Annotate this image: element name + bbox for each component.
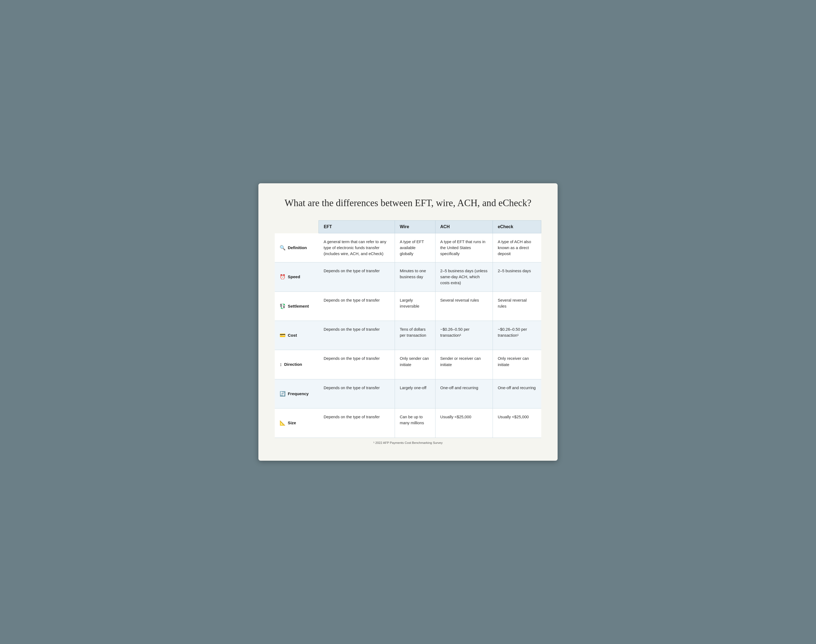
row-label-cell-definition: 🔍Definition	[275, 233, 319, 262]
size-icon: 📐	[280, 419, 285, 426]
empty-header-cell	[275, 221, 319, 233]
cost-icon: 💳	[280, 332, 285, 339]
row-label-cell-settlement: 💱Settlement	[275, 291, 319, 320]
cell-settlement-echeck: Several reversal rules	[492, 291, 541, 320]
table-row-settlement: 💱SettlementDepends on the type of transf…	[275, 291, 541, 320]
direction-icon: ↕	[280, 361, 282, 368]
direction-label: Direction	[284, 362, 302, 368]
cell-definition-ach: A type of EFT that runs in the United St…	[435, 233, 492, 262]
col-header-echeck: eCheck	[492, 221, 541, 233]
cell-speed-echeck: 2–5 business days	[492, 262, 541, 291]
cell-speed-eft: Depends on the type of transfer	[319, 262, 395, 291]
page-container: What are the differences between EFT, wi…	[258, 183, 558, 460]
frequency-icon: 🔄	[280, 390, 285, 397]
row-label-cell-direction: ↕Direction	[275, 350, 319, 379]
cell-cost-ach: ~$0.26–0.50 per transaction¹	[435, 321, 492, 350]
cell-frequency-eft: Depends on the type of transfer	[319, 379, 395, 408]
cell-settlement-ach: Several reversal rules	[435, 291, 492, 320]
col-header-ach: ACH	[435, 221, 492, 233]
cell-definition-echeck: A type of ACH also known as a direct dep…	[492, 233, 541, 262]
table-row-direction: ↕DirectionDepends on the type of transfe…	[275, 350, 541, 379]
col-header-eft: EFT	[319, 221, 395, 233]
cell-speed-ach: 2–5 business days (unless same-day ACH, …	[435, 262, 492, 291]
row-label-cell-frequency: 🔄Frequency	[275, 379, 319, 408]
row-label-cell-size: 📐Size	[275, 408, 319, 438]
table-row-definition: 🔍DefinitionA general term that can refer…	[275, 233, 541, 262]
cell-direction-wire: Only sender can initiate	[395, 350, 435, 379]
row-label-cell-speed: ⏰Speed	[275, 262, 319, 291]
frequency-label: Frequency	[288, 391, 309, 397]
definition-icon: 🔍	[280, 244, 285, 251]
cell-cost-eft: Depends on the type of transfer	[319, 321, 395, 350]
table-wrapper: EFT Wire ACH eCheck 🔍DefinitionA general…	[275, 220, 541, 438]
speed-label: Speed	[288, 274, 300, 280]
cell-direction-echeck: Only receiver can initiate	[492, 350, 541, 379]
row-label-cell-cost: 💳Cost	[275, 321, 319, 350]
cell-cost-wire: Tens of dollars per transaction	[395, 321, 435, 350]
settlement-label: Settlement	[288, 303, 309, 310]
table-row-size: 📐SizeDepends on the type of transferCan …	[275, 408, 541, 438]
cell-frequency-wire: Largely one-off	[395, 379, 435, 408]
cell-size-eft: Depends on the type of transfer	[319, 408, 395, 438]
cell-direction-eft: Depends on the type of transfer	[319, 350, 395, 379]
table-row-frequency: 🔄FrequencyDepends on the type of transfe…	[275, 379, 541, 408]
cell-speed-wire: Minutes to one business day	[395, 262, 435, 291]
cell-cost-echeck: ~$0.26–0.50 per transaction¹	[492, 321, 541, 350]
table-row-cost: 💳CostDepends on the type of transferTens…	[275, 321, 541, 350]
cell-settlement-wire: Largely irreversible	[395, 291, 435, 320]
size-label: Size	[288, 420, 296, 426]
cell-size-wire: Can be up to many millions	[395, 408, 435, 438]
cell-frequency-echeck: One-off and recurring	[492, 379, 541, 408]
cell-definition-eft: A general term that can refer to any typ…	[319, 233, 395, 262]
cost-label: Cost	[288, 332, 297, 339]
footnote: ¹ 2022 AFP Payments Cost Benchmarking Su…	[275, 441, 541, 445]
col-header-wire: Wire	[395, 221, 435, 233]
cell-settlement-eft: Depends on the type of transfer	[319, 291, 395, 320]
definition-label: Definition	[288, 245, 307, 251]
cell-size-echeck: Usually <$25,000	[492, 408, 541, 438]
cell-size-ach: Usually <$25,000	[435, 408, 492, 438]
page-title: What are the differences between EFT, wi…	[275, 197, 541, 209]
comparison-table: EFT Wire ACH eCheck 🔍DefinitionA general…	[275, 220, 541, 438]
cell-direction-ach: Sender or receiver can initiate	[435, 350, 492, 379]
table-row-speed: ⏰SpeedDepends on the type of transferMin…	[275, 262, 541, 291]
speed-icon: ⏰	[280, 273, 285, 281]
cell-frequency-ach: One-off and recurring	[435, 379, 492, 408]
cell-definition-wire: A type of EFT available globally	[395, 233, 435, 262]
settlement-icon: 💱	[280, 303, 285, 310]
